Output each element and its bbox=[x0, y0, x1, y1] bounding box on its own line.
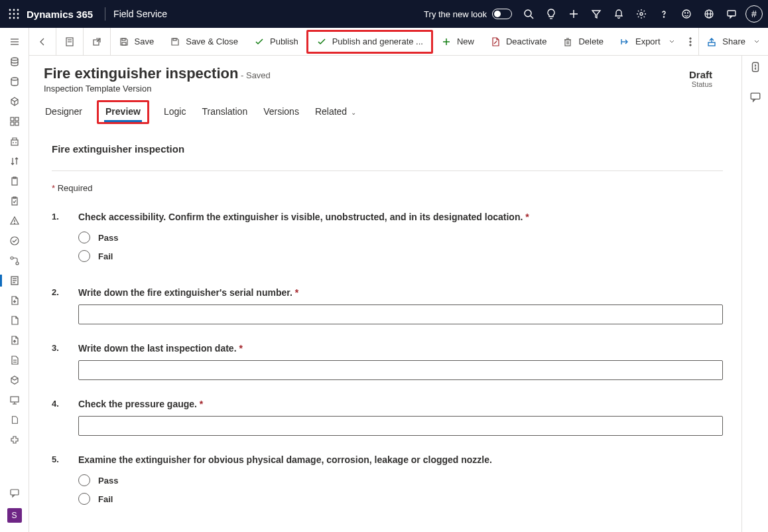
rail-monitor-icon[interactable] bbox=[0, 390, 29, 410]
rail-clipboard-check-icon[interactable] bbox=[0, 191, 29, 211]
rail-upload-icon[interactable] bbox=[0, 330, 29, 350]
svg-point-8 bbox=[17, 17, 19, 19]
rail-database-icon[interactable] bbox=[0, 72, 29, 92]
chat-icon[interactable] bbox=[720, 0, 743, 28]
tab-logic[interactable]: Logic bbox=[162, 102, 187, 122]
rail-download-icon[interactable] bbox=[0, 291, 29, 310]
radio-option[interactable]: Fail bbox=[78, 250, 723, 262]
rail-doc-small-icon[interactable] bbox=[0, 410, 29, 430]
status-label: Status bbox=[689, 80, 712, 88]
rail-stack-icon[interactable] bbox=[0, 52, 29, 72]
app-name[interactable]: Field Service bbox=[113, 9, 167, 19]
export-button[interactable]: Export bbox=[611, 28, 683, 56]
rail-flow-icon[interactable] bbox=[0, 251, 29, 271]
copilot-icon[interactable] bbox=[749, 61, 761, 75]
divider bbox=[52, 170, 723, 171]
publish-button[interactable]: Publish bbox=[246, 28, 306, 56]
rail-check-circle-icon[interactable] bbox=[0, 231, 29, 251]
emoji-icon[interactable] bbox=[675, 0, 698, 28]
text-input[interactable] bbox=[78, 416, 723, 436]
back-button[interactable] bbox=[29, 28, 56, 56]
form-preview-area[interactable]: Fire extinguisher inspection * Required … bbox=[29, 138, 741, 532]
radio-icon[interactable] bbox=[78, 232, 90, 243]
left-nav-rail: S bbox=[0, 28, 29, 532]
rail-clipboard-icon[interactable] bbox=[0, 171, 29, 191]
save-close-button[interactable]: Save & Close bbox=[162, 28, 246, 56]
svg-point-9 bbox=[525, 10, 531, 17]
rail-warning-icon[interactable] bbox=[0, 211, 29, 231]
toggle-switch-icon[interactable] bbox=[492, 9, 512, 19]
question-row: 3.Write down the last inspection date. * bbox=[52, 343, 723, 380]
rail-app-switch[interactable]: S bbox=[7, 508, 22, 523]
question-row: 1.Check accessibility. Confirm the extin… bbox=[52, 212, 723, 269]
save-button[interactable]: Save bbox=[111, 28, 162, 56]
radio-option[interactable]: Fail bbox=[78, 493, 723, 505]
svg-rect-35 bbox=[12, 178, 17, 185]
svg-point-15 bbox=[663, 17, 664, 17]
lightbulb-icon[interactable] bbox=[540, 0, 562, 28]
question-row: 4.Check the pressure gauge. * bbox=[52, 399, 723, 436]
tab-versions[interactable]: Versions bbox=[262, 102, 300, 122]
add-icon[interactable] bbox=[562, 0, 585, 28]
overflow-button[interactable] bbox=[683, 28, 698, 56]
rail-document-icon[interactable] bbox=[0, 310, 29, 330]
svg-rect-29 bbox=[15, 117, 19, 121]
share-button[interactable]: Share bbox=[698, 28, 768, 56]
text-input[interactable] bbox=[78, 360, 723, 380]
radio-option[interactable]: Pass bbox=[78, 232, 723, 243]
svg-point-43 bbox=[16, 262, 19, 265]
notification-bell-icon[interactable] bbox=[608, 0, 630, 28]
tab-designer[interactable]: Designer bbox=[44, 102, 84, 122]
delete-button[interactable]: Delete bbox=[554, 28, 611, 56]
svg-rect-22 bbox=[728, 11, 736, 16]
rail-building-icon[interactable] bbox=[0, 131, 29, 151]
open-new-window-button[interactable] bbox=[84, 28, 110, 56]
teams-chat-icon[interactable] bbox=[749, 91, 761, 105]
svg-rect-59 bbox=[122, 42, 126, 45]
radio-icon[interactable] bbox=[78, 474, 90, 486]
rail-cube-icon[interactable] bbox=[0, 92, 29, 111]
tab-preview[interactable]: Preview bbox=[104, 102, 142, 122]
svg-point-14 bbox=[640, 13, 643, 15]
svg-rect-74 bbox=[708, 42, 715, 46]
list-view-button[interactable] bbox=[56, 28, 83, 56]
svg-point-5 bbox=[17, 13, 19, 15]
rail-form-icon[interactable] bbox=[0, 271, 29, 291]
rail-extension-icon[interactable] bbox=[0, 430, 29, 450]
radio-icon[interactable] bbox=[78, 250, 90, 262]
svg-rect-37 bbox=[12, 198, 17, 205]
try-new-look-toggle[interactable]: Try the new look bbox=[424, 9, 512, 19]
svg-rect-31 bbox=[15, 122, 19, 125]
rail-package-icon[interactable] bbox=[0, 370, 29, 390]
brand-label[interactable]: Dynamics 365 bbox=[27, 9, 93, 20]
save-label: Save bbox=[135, 36, 155, 46]
delete-label: Delete bbox=[578, 36, 604, 46]
tab-bar: Designer Preview Logic Translation Versi… bbox=[29, 94, 741, 125]
new-button[interactable]: New bbox=[433, 28, 482, 56]
help-icon[interactable] bbox=[653, 0, 675, 28]
rail-doc-list-icon[interactable] bbox=[0, 350, 29, 370]
rail-chat-icon[interactable] bbox=[0, 483, 29, 503]
rail-hamburger-icon[interactable] bbox=[0, 32, 29, 52]
publish-label: Publish bbox=[270, 36, 298, 46]
deactivate-label: Deactivate bbox=[506, 36, 546, 46]
deactivate-button[interactable]: Deactivate bbox=[482, 28, 554, 56]
question-number: 4. bbox=[52, 399, 78, 436]
user-avatar[interactable]: # bbox=[745, 5, 763, 23]
search-icon[interactable] bbox=[517, 0, 540, 28]
svg-point-4 bbox=[13, 13, 15, 15]
settings-gear-icon[interactable] bbox=[630, 0, 653, 28]
text-input[interactable] bbox=[78, 304, 723, 324]
radio-option[interactable]: Pass bbox=[78, 474, 723, 486]
rail-sort-icon[interactable] bbox=[0, 151, 29, 171]
tab-translation[interactable]: Translation bbox=[200, 102, 249, 122]
rail-dashboard-icon[interactable] bbox=[0, 111, 29, 131]
filter-icon[interactable] bbox=[585, 0, 608, 28]
globe-icon[interactable] bbox=[698, 0, 720, 28]
tab-related[interactable]: Related⌄ bbox=[314, 102, 357, 122]
svg-point-26 bbox=[11, 58, 18, 60]
radio-icon[interactable] bbox=[78, 493, 90, 505]
publish-generate-button[interactable]: Publish and generate ... bbox=[306, 30, 433, 54]
try-new-look-label: Try the new look bbox=[424, 9, 487, 19]
app-launcher-icon[interactable] bbox=[5, 5, 23, 23]
